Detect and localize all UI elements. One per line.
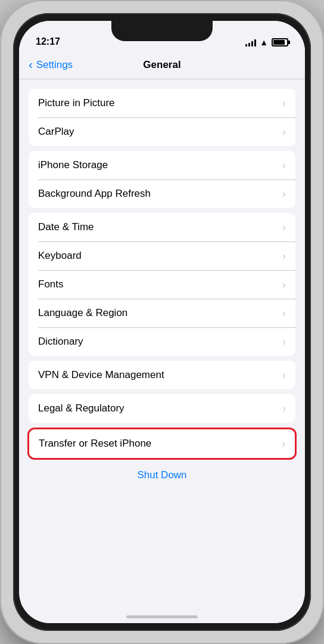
settings-group-legal: Legal & Regulatory ›	[29, 394, 295, 423]
status-time: 12:17	[36, 36, 60, 47]
row-label: iPhone Storage	[38, 159, 278, 171]
list-item[interactable]: Transfer or Reset iPhone ›	[29, 429, 295, 458]
home-bar	[126, 615, 198, 618]
list-item[interactable]: iPhone Storage ›	[29, 151, 295, 179]
chevron-icon: ›	[282, 221, 286, 234]
row-label: Picture in Picture	[38, 97, 278, 109]
notch	[111, 21, 213, 41]
chevron-icon: ›	[282, 188, 286, 200]
chevron-icon: ›	[282, 278, 286, 291]
list-item[interactable]: Date & Time ›	[29, 213, 295, 242]
list-item[interactable]: Dictionary ›	[29, 327, 295, 356]
settings-group-pip-carplay: Picture in Picture › CarPlay ›	[29, 89, 295, 146]
back-chevron-icon: ‹	[29, 58, 33, 72]
list-item[interactable]: VPN & Device Management ›	[29, 361, 295, 389]
phone-inner: 12:17 ▲ ‹ Se	[13, 13, 311, 631]
row-label: Date & Time	[38, 221, 278, 233]
nav-bar: ‹ Settings General	[19, 51, 305, 79]
chevron-icon: ›	[282, 402, 286, 415]
chevron-icon: ›	[282, 250, 286, 262]
shutdown-button[interactable]: Shut Down	[137, 469, 186, 481]
list-item[interactable]: Keyboard ›	[29, 242, 295, 270]
chevron-icon: ›	[282, 336, 286, 348]
row-label: Legal & Regulatory	[38, 402, 278, 414]
list-item[interactable]: Background App Refresh ›	[29, 179, 295, 208]
wifi-icon: ▲	[260, 38, 268, 47]
chevron-icon: ›	[282, 159, 286, 172]
list-item[interactable]: Picture in Picture ›	[29, 89, 295, 117]
home-indicator	[19, 603, 305, 623]
row-label: Background App Refresh	[38, 188, 278, 200]
chevron-icon: ›	[282, 126, 286, 138]
shutdown-row: Shut Down	[19, 465, 305, 484]
row-label: Dictionary	[38, 336, 278, 348]
row-label: Transfer or Reset iPhone	[39, 438, 277, 450]
row-label: Fonts	[38, 278, 278, 290]
settings-group-vpn: VPN & Device Management ›	[29, 361, 295, 389]
list-item[interactable]: Language & Region ›	[29, 299, 295, 327]
list-item[interactable]: Legal & Regulatory ›	[29, 394, 295, 423]
list-item[interactable]: CarPlay ›	[29, 117, 295, 146]
page-title: General	[88, 59, 236, 71]
phone-frame: 12:17 ▲ ‹ Se	[0, 0, 324, 644]
chevron-icon: ›	[282, 438, 285, 450]
row-label: Language & Region	[38, 307, 278, 319]
signal-icon	[245, 38, 256, 47]
row-label: CarPlay	[38, 126, 278, 138]
chevron-icon: ›	[282, 307, 286, 320]
back-label: Settings	[36, 59, 73, 71]
chevron-icon: ›	[282, 97, 286, 110]
settings-group-transfer: Transfer or Reset iPhone ›	[27, 428, 297, 460]
scroll-content[interactable]: Picture in Picture › CarPlay › iPhone St…	[19, 79, 305, 603]
screen: 12:17 ▲ ‹ Se	[19, 21, 305, 623]
status-icons: ▲	[245, 38, 288, 47]
settings-group-storage: iPhone Storage › Background App Refresh …	[29, 151, 295, 208]
row-label: Keyboard	[38, 250, 278, 262]
battery-icon	[272, 38, 288, 47]
chevron-icon: ›	[282, 369, 286, 382]
back-button[interactable]: ‹ Settings	[29, 58, 88, 72]
settings-group-date-dict: Date & Time › Keyboard › Fonts › Languag…	[29, 213, 295, 356]
row-label: VPN & Device Management	[38, 369, 278, 381]
list-item[interactable]: Fonts ›	[29, 270, 295, 299]
